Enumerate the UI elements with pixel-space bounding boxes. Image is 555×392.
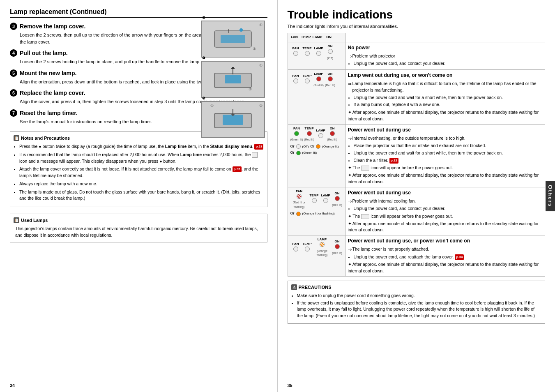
or-circle-po1-2 (316, 144, 320, 149)
or2-text-po1: Or (310, 144, 314, 150)
arrow-text-lo: Lamp temperature is high so that it is d… (352, 81, 543, 94)
diagram-5-marker2: ① (210, 104, 214, 108)
desc-title-po2: Power went out during use (348, 189, 543, 196)
bullets-np: Unplug the power cord, and contact your … (348, 60, 543, 67)
arrow-icon-po3: ⇒ (348, 246, 352, 253)
note-item-4: Always replace the lamp with a new one. (19, 181, 264, 187)
bullet-po1-1: Place the projector so that the air inta… (354, 143, 543, 149)
note-item-5: The lamp is made out of glass. Do not to… (19, 189, 264, 202)
arrow-text-po3: The lamp cover is not properly attached. (352, 246, 429, 253)
diagrams-area: ❸ ① ② ❹ ① ② (201, 21, 265, 141)
ind-row-po1: FAN (Green lit) TEMP (Red lit) LAMP (290, 126, 343, 142)
fan-circle-lo (293, 78, 298, 83)
precautions-icon: ⚠ (291, 284, 297, 290)
arrow-text-po2: Problem with internal cooling fan. (352, 198, 416, 205)
or-sub-po1-3: (Green lit) (302, 150, 317, 155)
arrow-np: ⇒ Problem with projector (348, 53, 543, 60)
or-sub-po1-1: (Off) (302, 144, 309, 149)
diagram-4-svg (212, 67, 253, 92)
indicator-no-power: FAN TEMP LAMP ON (Off) (288, 42, 345, 69)
temp-circle-po3 (305, 247, 310, 251)
lamp-circle-po3 (320, 242, 325, 247)
temp-col-lo: TEMP (302, 74, 313, 85)
bullet-po2-1: Unplug the power cord, and contact your … (354, 205, 543, 212)
on-sub-po2: (Red lit) (332, 203, 343, 208)
diagram-5: ❺ ② ① (201, 101, 265, 138)
or3-text-po1: Or (290, 150, 295, 156)
lamp-circle-lo (316, 76, 321, 81)
badge-p32: p.32 (389, 158, 398, 164)
fan-circle-po3 (293, 247, 298, 251)
note-item-1: Press the ● button twice to display (a r… (19, 143, 264, 150)
desc-title-np: No power (348, 44, 543, 51)
arrow-po2: ⇒ Problem with internal cooling fan. (348, 198, 543, 205)
used-lamps-icon: 📋 (14, 217, 19, 223)
lamp-lbl-lo: LAMP (313, 71, 324, 76)
bullet-lo-2: If a lamp burns out, replace it with a n… (354, 101, 543, 108)
used-lamps-box: 📋 Used Lamps This projector's lamps cont… (10, 214, 267, 242)
temp-circle-np (305, 51, 310, 56)
lamp-icon-inline (252, 152, 258, 158)
diagram-5-box: ② ① (201, 101, 265, 138)
table-row-lamp-out: FAN TEMP LAMP (Red lit) ON (288, 70, 545, 125)
fan-lbl-po3: FAN (290, 242, 301, 247)
fan-sub-po1: (Green lit) (290, 138, 303, 142)
badge-p35: p.35 (233, 166, 242, 172)
others-tab: Others (546, 181, 555, 211)
diagram-4-box: ① ② (201, 61, 265, 98)
on-lbl-po1: ON (327, 126, 338, 131)
fan-col-po3: FAN (290, 242, 301, 254)
on-circle-po3 (335, 244, 340, 249)
or-line-po1-1: Or (Off) Or (Orange lit) (290, 144, 343, 150)
temp-circle-lo (305, 78, 310, 83)
fan-circle-po1 (294, 131, 299, 136)
header-indicators: FAN TEMP LAMP ON (288, 33, 345, 42)
left-page-number: 34 (10, 383, 15, 388)
step-6-heading: Replace the lamp cover. (20, 90, 85, 96)
on-sub-np: (Off) (325, 56, 336, 60)
desc-lamp-out: Lamp went out during use, or won't come … (345, 70, 545, 125)
trouble-table: FAN TEMP LAMP ON FAN TEMP (288, 33, 546, 277)
fan-circle-po2 (297, 194, 302, 199)
diagram-5-marker1: ② (259, 104, 263, 108)
arrow-text-np: Problem with projector (352, 53, 395, 60)
diagram-5-svg (212, 107, 253, 132)
lamp-lbl-np: LAMP (313, 46, 324, 51)
on-col-lo: ON (Red lit) (325, 71, 336, 88)
diagram-4: ❹ ① ② (201, 61, 265, 98)
temp-col-np: TEMP (302, 46, 313, 58)
dagger-po2-2: ✦ After approx. one minute of abnormal d… (348, 221, 543, 234)
arrow-text-po1: Internal overheating, or the outside tem… (352, 135, 466, 142)
desc-power-out-3: Power went out during use, or power won'… (345, 235, 545, 277)
fan-lbl-np: FAN (290, 46, 301, 51)
precautions-list: Make sure to unplug the power cord if so… (291, 293, 542, 319)
svg-point-3 (240, 28, 243, 32)
temp-label-hdr: TEMP (301, 35, 311, 40)
on-lbl-np: ON (325, 44, 336, 49)
or-sub-po1-2: (Orange lit) (322, 144, 339, 149)
dagger-po2-1: ✦ The icon will appear before the power … (348, 213, 543, 220)
arrow-icon-po1: ⇒ (348, 135, 352, 142)
step-3-heading: Remove the lamp cover. (20, 23, 85, 30)
fan-col-lo: FAN (290, 74, 301, 85)
or-circle-po1-1 (296, 144, 301, 149)
fan-label-hdr: FAN (289, 35, 300, 40)
ind-row-np: FAN TEMP LAMP ON (Off) (290, 44, 343, 60)
lamp-col-po2: LAMP (320, 193, 331, 205)
right-page: Trouble indications The indicator lights… (278, 0, 555, 392)
used-lamps-title: 📋 Used Lamps (14, 217, 264, 223)
temp-lbl-lo: TEMP (302, 74, 313, 78)
diagram-3-box: ① ② (201, 21, 265, 58)
desc-power-out-1: Power went out during use ⇒ Internal ove… (345, 124, 545, 187)
desc-title-po1: Power went out during use (348, 126, 543, 134)
bullet-lo-1: Unplug the power cord and wait for a sho… (354, 95, 543, 101)
lamp-lbl-po1: LAMP (315, 128, 326, 133)
step-7-num: 7 (10, 109, 17, 117)
arrow-icon-np: ⇒ (348, 53, 352, 60)
diagram-4-marker2: ② (249, 87, 252, 91)
lamp-sub-lo: (Red lit) (313, 83, 324, 88)
fan-col-po1: FAN (Green lit) (290, 126, 303, 142)
on-circle-np (328, 49, 333, 54)
precautions-title: ⚠ PRECAUTIONS (291, 284, 542, 290)
fan-lbl-po2: FAN (290, 189, 308, 194)
